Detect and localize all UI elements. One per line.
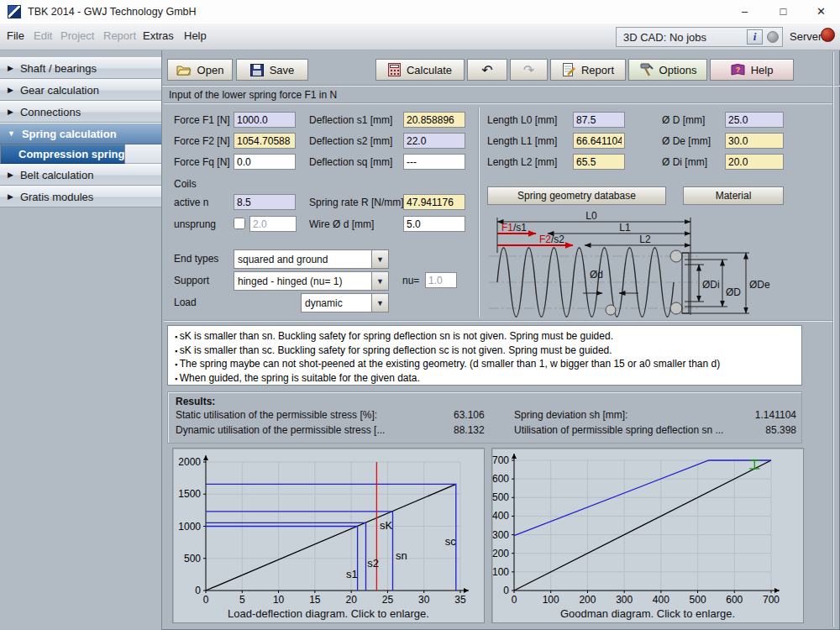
svg-text:15: 15 <box>309 594 321 606</box>
dim-label-f1-s1: F1/s1 <box>501 222 527 234</box>
server-label: Server: <box>790 30 825 43</box>
deflection-s2-input[interactable] <box>403 133 465 149</box>
warning-message: sK is smaller than sn. Buckling safety f… <box>175 330 795 344</box>
active-n-label: active n <box>174 197 208 208</box>
section-divider <box>164 320 832 321</box>
svg-text:500: 500 <box>492 491 509 503</box>
unsprung-label: unsprung <box>174 218 216 230</box>
status-divider <box>164 102 832 103</box>
deflection-sq-input[interactable] <box>403 154 465 170</box>
open-button[interactable]: Open <box>167 59 233 81</box>
svg-text:1000: 1000 <box>178 521 201 533</box>
deflection-s1-label: Deflection s1 [mm] <box>309 114 392 126</box>
material-button[interactable]: Material <box>683 186 784 205</box>
support-label: Support <box>174 275 209 286</box>
svg-text:400: 400 <box>653 594 669 606</box>
sidebar-item-compression-spring[interactable]: Compression spring <box>0 144 125 164</box>
dropdown-arrow-icon: ▼ <box>371 250 388 268</box>
help-book-icon: ? <box>731 64 745 76</box>
length-l1-label: Length L1 [mm] <box>487 135 557 147</box>
support-select[interactable]: hinged - hinged (nu= 1) ▼ <box>234 271 389 291</box>
sidebar-item-belt-calculation[interactable]: ▶Belt calculation <box>0 164 161 186</box>
undo-icon: ↶ <box>481 62 492 78</box>
calculate-button[interactable]: Calculate <box>375 59 465 81</box>
dim-label-d: ØD <box>726 286 741 298</box>
redo-button: ↷ <box>510 59 548 81</box>
sidebar-item-gratis-modules[interactable]: ▶Gratis modules <box>0 186 161 207</box>
chevron-right-icon: ▶ <box>8 108 13 116</box>
spring-geometry-database-button[interactable]: Spring geometry database <box>487 186 666 205</box>
result-value: 1.141104 <box>722 409 796 421</box>
chevron-down-icon: ▼ <box>8 129 15 138</box>
load-select[interactable]: dynamic ▼ <box>301 293 389 312</box>
content-right-edge <box>832 52 833 627</box>
dia-de-input[interactable] <box>725 133 784 149</box>
end-types-select[interactable]: squared and ground ▼ <box>234 249 389 269</box>
unsprung-checkbox[interactable] <box>234 218 245 229</box>
chevron-right-icon: ▶ <box>8 64 13 72</box>
sidebar-item-gear-calculation[interactable]: ▶Gear calculation <box>0 79 161 101</box>
toolbar-divider <box>162 85 840 86</box>
close-button[interactable]: ✕ <box>802 0 840 24</box>
help-button[interactable]: ? Help <box>710 59 794 81</box>
svg-text:500: 500 <box>690 594 706 606</box>
deflection-s1-input[interactable] <box>403 112 465 128</box>
svg-text:sn: sn <box>396 549 407 562</box>
options-button[interactable]: Options <box>628 59 707 81</box>
dropdown-arrow-icon: ▼ <box>371 294 388 312</box>
maximize-button[interactable]: □ <box>764 0 802 24</box>
length-l0-input[interactable] <box>573 112 625 128</box>
menu-file[interactable]: File <box>7 29 24 42</box>
svg-text:600: 600 <box>726 594 743 606</box>
cad-info-icon[interactable]: i <box>747 29 763 45</box>
save-button[interactable]: Save <box>236 59 308 81</box>
sidebar-item-connections[interactable]: ▶Connections <box>0 101 161 123</box>
wire-diameter-input[interactable] <box>403 216 465 232</box>
spring-rate-input[interactable] <box>403 194 465 210</box>
svg-text:600: 600 <box>492 473 509 485</box>
svg-text:500: 500 <box>184 553 201 564</box>
open-folder-icon <box>176 64 192 76</box>
dia-de-label: Ø De [mm] <box>662 135 711 147</box>
dim-label-f2-s2: F2/s2 <box>539 234 564 245</box>
nu-label: nu= <box>402 275 419 286</box>
svg-text:20: 20 <box>345 594 357 606</box>
nu-input <box>425 272 457 288</box>
load-deflection-chart[interactable]: 051015202530350500100015002000s1s2sKsnsc… <box>172 448 485 623</box>
force-f2-input[interactable] <box>234 133 296 149</box>
svg-text:1500: 1500 <box>178 488 201 500</box>
svg-text:0: 0 <box>512 594 517 606</box>
dia-di-input[interactable] <box>725 154 784 170</box>
deflection-sq-label: Deflection sq [mm] <box>309 156 392 168</box>
svg-text:100: 100 <box>492 566 509 578</box>
menu-extras[interactable]: Extras <box>143 29 174 42</box>
wire-diameter-label: Wire Ø d [mm] <box>309 218 374 230</box>
svg-text:35: 35 <box>454 594 466 606</box>
svg-text:0: 0 <box>195 585 201 596</box>
module-sidebar: ▶Shaft / bearings ▶Gear calculation ▶Con… <box>0 50 162 630</box>
input-hint-text: Input of the lower spring force F1 in N <box>169 89 337 101</box>
sidebar-item-shaft-bearings[interactable]: ▶Shaft / bearings <box>0 57 161 79</box>
svg-text:0: 0 <box>503 585 509 596</box>
active-n-input[interactable] <box>234 194 296 210</box>
minimize-button[interactable]: – <box>726 0 764 24</box>
menu-help[interactable]: Help <box>184 29 207 42</box>
result-label: Dynamic utilisation of the permissible s… <box>176 424 385 436</box>
report-button[interactable]: Report <box>550 59 626 81</box>
force-fq-input[interactable] <box>234 154 296 170</box>
svg-text:300: 300 <box>616 594 633 606</box>
length-l1-input[interactable] <box>573 133 625 149</box>
spring-rate-label: Spring rate R [N/mm] <box>309 197 404 208</box>
dim-label-l1: L1 <box>619 222 631 234</box>
tbk-application-window: { "window": { "title": "TBK 2014 - GWJ T… <box>0 0 840 630</box>
server-status-indicator <box>821 28 835 42</box>
coils-heading: Coils <box>174 178 197 190</box>
undo-button[interactable]: ↶ <box>467 59 507 81</box>
dia-d-input[interactable] <box>725 112 784 128</box>
length-l2-input[interactable] <box>573 154 625 170</box>
force-f1-input[interactable] <box>234 112 296 128</box>
sidebar-item-spring-calculation[interactable]: ▼Spring calculation <box>0 123 161 144</box>
goodman-chart[interactable]: 0100200300400500600700010020030040050060… <box>491 448 804 623</box>
load-deflection-plot: 051015202530350500100015002000s1s2sKsnsc <box>173 449 484 608</box>
chart-caption: Goodman diagram. Click to enlarge. <box>492 607 803 620</box>
